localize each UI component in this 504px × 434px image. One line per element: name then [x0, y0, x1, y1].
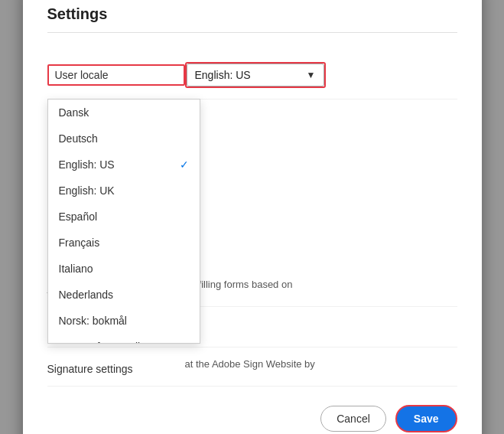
option-label: Norsk: bokmål — [59, 315, 127, 327]
modal-overlay: Settings User locale English: US ▼ Dansk — [0, 0, 504, 434]
option-italiano[interactable]: Italiano — [48, 256, 200, 282]
settings-modal: Settings User locale English: US ▼ Dansk — [23, 0, 482, 434]
save-button[interactable]: Save — [395, 405, 457, 432]
signature-settings-label: Signature settings — [47, 358, 185, 375]
option-label: Italiano — [59, 263, 93, 275]
option-norsk[interactable]: Norsk: bokmål — [48, 308, 200, 334]
option-label: Español — [59, 210, 98, 223]
modal-footer: Cancel Save — [47, 405, 457, 432]
option-label: English: UK — [59, 184, 115, 197]
option-english-uk[interactable]: English: UK — [48, 178, 200, 204]
locale-dropdown-box[interactable]: English: US ▼ — [185, 62, 326, 88]
option-nederlands[interactable]: Nederlands — [48, 282, 200, 308]
signature-settings-row: Signature settings at the Adobe Sign Web… — [47, 348, 457, 387]
option-espanol[interactable]: Español — [48, 204, 200, 230]
option-label: English: US — [59, 158, 115, 171]
user-locale-label: User locale — [47, 64, 185, 86]
signature-settings-content: at the Adobe Sign Website by — [185, 358, 457, 370]
option-label: Nederlands — [59, 289, 114, 301]
modal-title: Settings — [47, 5, 457, 33]
locale-dropdown-trigger[interactable]: English: US ▼ — [187, 64, 324, 86]
option-deutsch[interactable]: Deutsch — [48, 126, 200, 152]
auto-suggestions-content: en filling forms based on — [185, 279, 457, 290]
option-francais[interactable]: Français — [48, 230, 200, 256]
cancel-button[interactable]: Cancel — [320, 406, 386, 432]
option-label: Français — [59, 237, 100, 249]
option-label: Português: Brasil — [59, 341, 141, 344]
locale-selected-value: English: US — [195, 69, 251, 81]
user-locale-row: User locale English: US ▼ Dansk Deutsch — [47, 51, 457, 100]
locale-dropdown-menu[interactable]: Dansk Deutsch English: US ✓ English: UK … — [47, 99, 200, 344]
option-portugues[interactable]: Português: Brasil — [48, 334, 200, 344]
user-locale-content: English: US ▼ Dansk Deutsch English: US … — [185, 62, 457, 88]
option-english-us[interactable]: English: US ✓ — [48, 152, 200, 178]
option-label: Dansk — [59, 106, 89, 119]
option-dansk[interactable]: Dansk — [48, 100, 200, 126]
option-label: Deutsch — [59, 132, 98, 145]
check-icon: ✓ — [180, 158, 189, 171]
chevron-down-icon: ▼ — [307, 70, 316, 80]
